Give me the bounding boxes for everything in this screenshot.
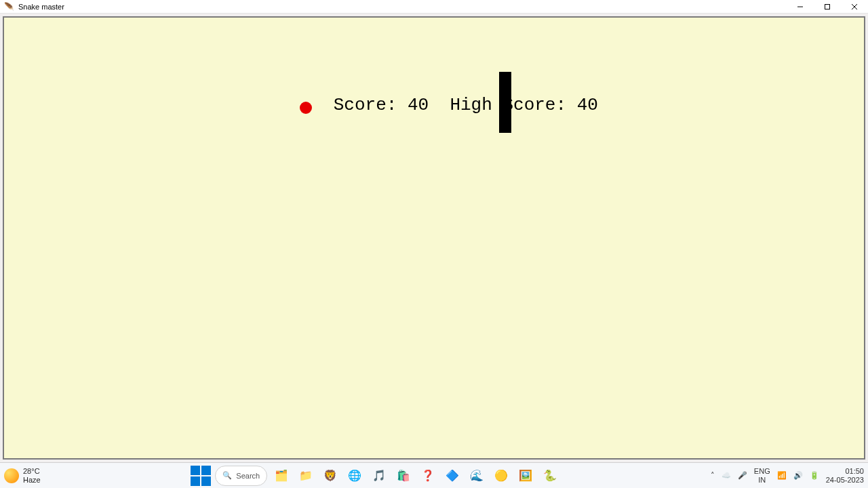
- window-title: Snake master: [18, 3, 64, 11]
- window-controls: [787, 0, 868, 13]
- clock[interactable]: 01:50 24-05-2023: [826, 467, 864, 483]
- start-quadrant: [191, 466, 200, 475]
- store-icon[interactable]: 🛍️: [393, 466, 414, 486]
- lang-top: ENG: [754, 467, 770, 475]
- weather-icon: [4, 468, 19, 483]
- start-quadrant: [191, 476, 200, 486]
- start-quadrant: [201, 466, 211, 475]
- minimize-icon: [797, 3, 804, 10]
- onedrive-icon[interactable]: ☁️: [722, 471, 731, 480]
- score-label: Score:: [334, 95, 408, 115]
- chrome-icon[interactable]: 🌐: [344, 466, 365, 486]
- score-sep: [429, 95, 450, 115]
- brave-icon[interactable]: 🦁: [320, 466, 340, 486]
- highscore-value: 40: [577, 95, 598, 115]
- clock-date: 24-05-2023: [826, 476, 864, 484]
- close-button[interactable]: [841, 0, 868, 14]
- tray-chevron-icon[interactable]: ˄: [711, 471, 715, 480]
- close-icon: [851, 3, 858, 10]
- food-dot: [300, 102, 312, 114]
- python-icon[interactable]: 🐍: [540, 466, 560, 486]
- battery-icon[interactable]: 🔋: [810, 471, 819, 480]
- taskbar-center: 🔍 Search 🗂️ 📁 🦁 🌐 🎵 🛍️ ❓ 🔷 🌊 🟡 🖼️ 🐍: [191, 466, 560, 486]
- language-indicator[interactable]: ENG IN: [754, 467, 770, 483]
- taskbar-right: ˄ ☁️ 🎤 ENG IN 📶 🔊 🔋 01:50 24-05-2023: [711, 467, 864, 483]
- start-button[interactable]: [191, 466, 211, 486]
- mic-icon[interactable]: 🎤: [738, 471, 747, 480]
- chrome-canary-icon[interactable]: 🟡: [491, 466, 511, 486]
- lang-bot: IN: [758, 476, 766, 484]
- taskbar-search[interactable]: 🔍 Search: [215, 466, 267, 486]
- game-canvas[interactable]: Score: 40 High Score: 40: [3, 16, 865, 460]
- weather-cond: Haze: [23, 476, 41, 484]
- taskbar-left[interactable]: 28°C Haze: [4, 467, 41, 483]
- clock-time: 01:50: [845, 467, 864, 475]
- svg-rect-1: [825, 5, 830, 9]
- app-icon: 🪶: [4, 2, 14, 12]
- file-explorer-icon[interactable]: 📁: [296, 466, 316, 486]
- photos-icon[interactable]: 🖼️: [515, 466, 536, 486]
- minimize-button[interactable]: [787, 0, 814, 14]
- help-icon[interactable]: ❓: [418, 466, 438, 486]
- highscore-label: High Score:: [450, 95, 576, 115]
- weather-temp: 28°C: [23, 467, 41, 475]
- snake-body: [499, 72, 511, 133]
- search-placeholder: Search: [236, 472, 260, 480]
- volume-icon[interactable]: 🔊: [793, 471, 803, 480]
- window-titlebar: 🪶 Snake master: [0, 0, 868, 14]
- search-icon: 🔍: [222, 471, 232, 480]
- weather-widget: 28°C Haze: [23, 467, 41, 483]
- taskbar: 28°C Haze 🔍 Search 🗂️ 📁 🦁 🌐 🎵 🛍️ ❓ 🔷 🌊 🟡…: [0, 462, 868, 488]
- maximize-button[interactable]: [814, 0, 841, 14]
- edge-icon[interactable]: 🌊: [467, 466, 487, 486]
- titlebar-left: 🪶 Snake master: [4, 2, 64, 12]
- vscode-icon[interactable]: 🔷: [442, 466, 462, 486]
- maximize-icon: [824, 3, 831, 10]
- score-value: 40: [408, 95, 429, 115]
- game-window-body: Score: 40 High Score: 40: [0, 14, 868, 462]
- task-view-icon[interactable]: 🗂️: [271, 466, 292, 486]
- wifi-icon[interactable]: 📶: [777, 471, 787, 480]
- start-quadrant: [201, 476, 211, 486]
- score-display: Score: 40 High Score: 40: [270, 75, 598, 136]
- spotify-icon[interactable]: 🎵: [369, 466, 389, 486]
